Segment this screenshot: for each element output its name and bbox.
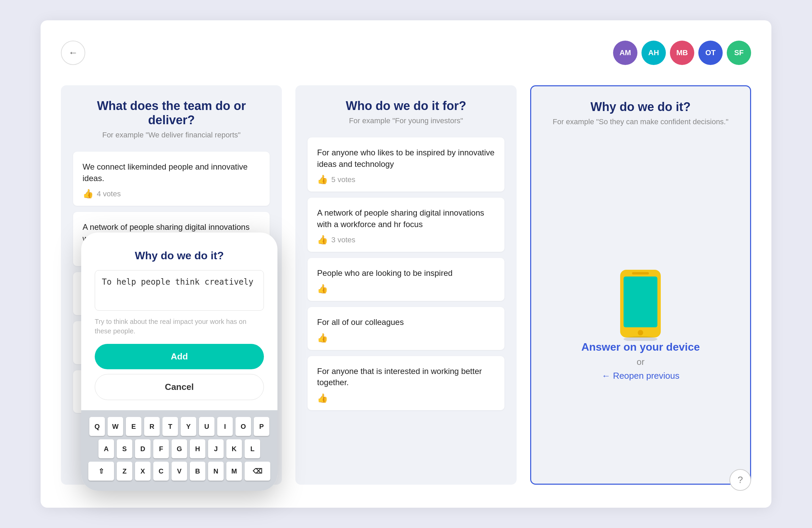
key-shift[interactable]: ⇧ [88,462,114,481]
card-who-2-votes: 👍 3 votes [317,234,495,245]
key-g[interactable]: G [172,439,187,458]
column-who: Who do we do it for? For example "For yo… [295,85,516,485]
card-who-5-votes: 👍 [317,393,495,403]
keyboard-row-1: Q W E R T Y U I O P [85,417,274,436]
column-who-subtitle: For example "For young investors" [307,116,504,125]
vote-count: 4 votes [97,189,121,198]
key-k[interactable]: K [226,439,242,458]
key-i[interactable]: I [217,417,233,436]
vote-count: 5 votes [331,175,355,184]
card-who-5-text: For anyone that is interested in working… [317,366,495,388]
key-r[interactable]: R [144,417,160,436]
keyboard-row-3: ⇧ Z X C V B N M ⌫ [85,462,274,481]
svg-point-3 [638,330,643,336]
key-m[interactable]: M [226,462,242,481]
key-h[interactable]: H [190,439,205,458]
help-button[interactable]: ? [729,469,751,491]
key-c[interactable]: C [153,462,169,481]
thumb-icon: 👍 [317,174,328,185]
reopen-link[interactable]: ← Reopen previous [601,371,679,381]
card-who-1-votes: 👍 5 votes [317,174,495,185]
avatar-ah: AH [641,41,666,65]
avatar-row: AM AH MB OT SF [613,41,751,65]
vote-count: 3 votes [331,236,355,244]
svg-rect-1 [624,276,657,327]
key-f[interactable]: F [153,439,169,458]
key-b[interactable]: B [190,462,205,481]
card-who-4-text: For all of our colleagues [317,316,495,328]
back-button[interactable]: ← [61,41,85,65]
key-y[interactable]: Y [181,417,196,436]
device-area: Answer on your device or ← Reopen previo… [543,139,738,485]
key-a[interactable]: A [99,439,114,458]
card-who-3-text: People who are looking to be inspired [317,267,495,279]
column-what-title: What does the team do or deliver? [73,99,270,127]
phone-illustration [610,266,671,341]
key-z[interactable]: Z [117,462,132,481]
keyboard-row-2: A S D F G H J K L [85,439,274,458]
card-who-1[interactable]: For anyone who likes to be inspired by i… [307,138,504,191]
column-why-subtitle: For example "So they can make confident … [543,117,738,126]
key-p[interactable]: P [254,417,269,436]
device-or: or [637,357,644,367]
key-u[interactable]: U [199,417,215,436]
card-who-5[interactable]: For anyone that is interested in working… [307,356,504,410]
device-answer-text: Answer on your device [581,341,700,353]
main-container: ← AM AH MB OT SF What does the team do o… [41,20,771,508]
card-what-1-text: We connect likeminded people and innovat… [83,161,260,184]
phone-title: Why do we do it? [95,249,264,262]
card-who-3-votes: 👍 [317,284,495,294]
key-j[interactable]: J [208,439,223,458]
card-what-1-votes: 👍 4 votes [83,188,260,199]
card-who-2-text: A network of people sharing digital inno… [317,207,495,230]
thumb-icon: 👍 [317,284,328,294]
thumb-icon: 👍 [317,393,328,403]
phone-screen: Why do we do it? Try to think about the … [81,232,277,410]
key-backspace[interactable]: ⌫ [245,462,270,481]
key-e[interactable]: E [126,417,142,436]
avatar-mb: MB [670,41,694,65]
phone-hint: Try to think about the real impact your … [95,317,264,336]
card-who-3[interactable]: People who are looking to be inspired 👍 [307,258,504,301]
thumb-icon: 👍 [317,333,328,343]
key-v[interactable]: V [172,462,187,481]
avatar-sf: SF [727,41,751,65]
svg-rect-2 [632,272,649,274]
key-x[interactable]: X [135,462,150,481]
key-w[interactable]: W [107,417,123,436]
card-who-4[interactable]: For all of our colleagues 👍 [307,307,504,350]
key-l[interactable]: L [245,439,260,458]
phone-overlay: Why do we do it? Try to think about the … [81,232,277,491]
card-who-2[interactable]: A network of people sharing digital inno… [307,198,504,252]
card-what-1[interactable]: We connect likeminded people and innovat… [73,152,270,206]
card-who-4-votes: 👍 [317,333,495,343]
column-who-title: Who do we do it for? [307,99,504,113]
thumb-icon: 👍 [83,188,93,199]
key-d[interactable]: D [135,439,150,458]
key-s[interactable]: S [117,439,132,458]
thumb-icon: 👍 [317,234,328,245]
key-q[interactable]: Q [89,417,105,436]
column-why-title: Why do we do it? [543,100,738,114]
key-t[interactable]: T [162,417,178,436]
column-what-subtitle: For example "We deliver financial report… [73,131,270,140]
column-why: Why do we do it? For example "So they ca… [530,85,751,485]
phone-cancel-button[interactable]: Cancel [95,374,264,400]
avatar-ot: OT [698,41,723,65]
phone-textarea[interactable] [95,270,264,311]
key-o[interactable]: O [235,417,251,436]
card-who-1-text: For anyone who likes to be inspired by i… [317,147,495,170]
avatar-am: AM [613,41,637,65]
top-bar: ← AM AH MB OT SF [61,41,751,65]
keyboard: Q W E R T Y U I O P A S D F G H J K L [81,410,277,491]
phone-add-button[interactable]: Add [95,344,264,369]
key-n[interactable]: N [208,462,223,481]
